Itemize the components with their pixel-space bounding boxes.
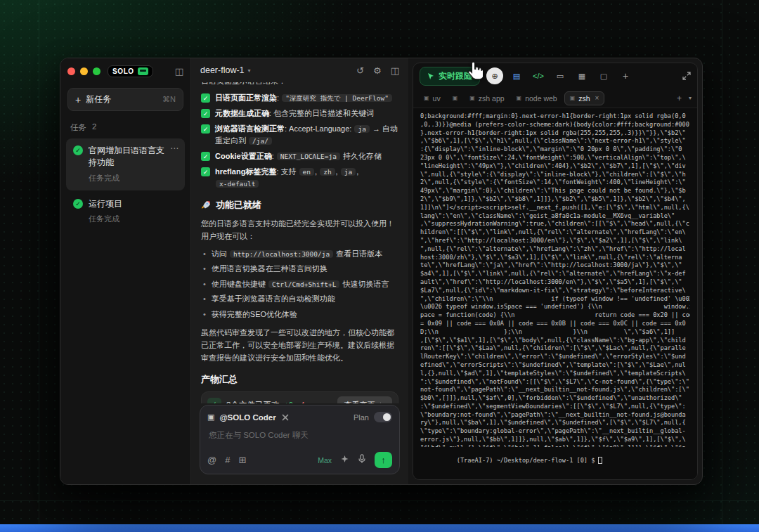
history-icon[interactable]: ↺ <box>356 65 364 76</box>
layout-icon[interactable]: ◫ <box>391 65 399 76</box>
terminal-line: te\",\"hrefLang\":\"ja\",\"href\":\"http… <box>420 261 690 270</box>
terminal-tab-icon: ▣ <box>453 95 458 101</box>
terminal-line: \",null,{\"style\":{\"display\":\"inline… <box>420 171 690 179</box>
project-title-dropdown[interactable]: deer-flow-1 ▾ <box>200 65 251 75</box>
grid-line <box>0 500 759 501</box>
agent-name[interactable]: @SOLO Coder <box>219 413 275 422</box>
tasks-count: 2 <box>92 122 96 133</box>
terminal-line: ault\",\"href\":\"http://localhost:3000/… <box>420 278 690 287</box>
bottom-window-edge <box>0 524 759 532</box>
file-icon[interactable]: ▤ <box>508 67 525 84</box>
terminal-panel: 实时跟随 ⊕▤</>▭▦▢+ ▣uv▣▣zsh app▣node web▣zsh… <box>413 63 698 480</box>
bullet-text: 使用语言切换器在三种语言间切换 <box>212 263 327 275</box>
browser-icon[interactable]: ⊕ <box>486 67 503 84</box>
terminal-line: :{\"display\":\"inline-block\",\"margin\… <box>420 145 690 154</box>
checklist-item: ✓Cookie设置正确: NEXT_LOCALE=ja 持久化存储 <box>201 150 398 162</box>
terminal-output[interactable]: 0;background:#fff;margin:0}.next-error-h… <box>413 108 697 479</box>
chevron-down-icon: ▾ <box>248 67 251 74</box>
terminal-line: ":\"$undefined\",\"notFound\":[[\"$\",\"… <box>420 378 690 387</box>
task-item[interactable]: ✓运行项目任务完成 <box>66 192 185 231</box>
terminal-tab-uv[interactable]: ▣uv <box>419 92 446 105</box>
new-terminal-tab-icon[interactable]: + <box>677 93 682 103</box>
terminal-line: ,[\"$\",\"$a1\",1],[\"$\",\"body\",null,… <box>420 337 690 345</box>
grid-line <box>722 0 722 532</box>
chevron-down-icon[interactable]: ▾ <box>380 402 392 403</box>
text-segment: , <box>356 167 358 176</box>
task-more-icon[interactable]: ⋯ <box>170 143 179 153</box>
terminal-line: 23px 0 0\",\"fontSize\":24,\"fontWeight\… <box>420 154 690 162</box>
task-body: 官网增加日语语言支持功能任务完成 <box>89 145 171 183</box>
bullet-text: 享受基于浏览器语言的自动检测功能 <box>212 293 335 306</box>
changes-summary-card[interactable]: </> 3个文件已更改 +6 -4 查看变更 ▾ <box>201 391 398 403</box>
task-status: 任务完成 <box>89 214 122 224</box>
max-mode-label[interactable]: Max <box>318 456 332 465</box>
solo-brand-label: SOLO <box>112 67 134 75</box>
terminal-line: ,\"suppressHydrationWarning\":true,\"chi… <box>420 220 690 228</box>
text-segment: 使用键盘快捷键 <box>212 280 268 288</box>
list-item: •使用语言切换器在三种语言间切换 <box>203 263 398 275</box>
terminal-line: ren\":[[\"$\",\"$Laa\",null,{\"children\… <box>420 344 690 353</box>
task-body: 运行项目任务完成 <box>89 198 122 224</box>
capability-list: •访问 http://localhost:3000/ja 查看日语版本•使用语言… <box>201 248 398 321</box>
close-window-button[interactable] <box>67 67 75 75</box>
new-task-button[interactable]: + 新任务 ⌘N <box>67 88 183 111</box>
chat-panel: deer-flow-1 ▾ ↺ ⚙ ◫ 日语页面显示语言结果： ✓日语页面正常渲… <box>191 58 408 484</box>
view-changes-button[interactable]: 查看变更 ▾ <box>337 396 392 404</box>
inline-code: ja <box>341 168 356 176</box>
text-segment: 获得完整的SEO优化体验 <box>212 310 297 318</box>
terminal-tab-zsh-app[interactable]: ▣zsh app <box>465 92 509 105</box>
terminal-line: host:3000/zh\"},\"$\",\"$a3\",1],[\"$\",… <box>420 254 690 262</box>
expand-icon[interactable] <box>682 72 691 80</box>
task-status: 任务完成 <box>89 173 171 183</box>
task-done-icon: ✓ <box>73 145 83 155</box>
checklist-text: 浏览器语言检测正常: Accept-Language: ja → 自动重定向到 … <box>215 123 398 147</box>
bullet-icon: • <box>203 309 206 321</box>
preview-icon[interactable]: ▭ <box>552 67 569 84</box>
code-icon[interactable]: </> <box>530 67 547 84</box>
text-segment: , <box>315 167 319 176</box>
inline-code: "深度研究 指先で | DeerFlow" <box>282 94 392 102</box>
terminal-line: l,{},null,\"$ad\",1],\"templateStyles\":… <box>420 370 690 378</box>
bullet-text: 使用键盘快捷键 Ctrl/Cmd+Shift+L 快速切换语言 <box>212 278 389 291</box>
close-tab-icon[interactable]: × <box>595 94 599 102</box>
hash-icon[interactable]: # <box>225 455 230 465</box>
code-icon: </> <box>207 398 221 403</box>
chat-messages[interactable]: 日语页面显示语言结果： ✓日语页面正常渲染: "深度研究 指先で | DeerF… <box>191 82 408 403</box>
window-icon[interactable]: ▢ <box>595 67 612 84</box>
chat-input[interactable]: 您正在与 SOLO Coder 聊天 <box>209 430 391 441</box>
terminal-line: efined\",\"errorScripts\":\"$undefined\"… <box>420 361 690 370</box>
terminal-tab-node-web[interactable]: ▣node web <box>512 92 562 105</box>
table-icon[interactable]: ▦ <box>573 67 590 84</box>
check-icon: ✓ <box>201 124 210 134</box>
collapse-sidebar-icon[interactable]: ◫ <box>175 66 183 77</box>
bullet-text: 获得完整的SEO优化体验 <box>212 309 297 321</box>
terminal-tab-dropdown-icon[interactable]: ▾ <box>689 95 692 101</box>
project-title: deer-flow-1 <box>200 65 245 75</box>
checklist-item: ✓日语页面正常渲染: "深度研究 指先で | DeerFlow" <box>201 92 398 104</box>
add-panel-icon[interactable]: + <box>617 67 634 84</box>
tools-icon[interactable] <box>281 413 290 422</box>
terminal-line: 1]]\n\"]</script><script>self.__next_f.p… <box>420 204 690 212</box>
terminal-line: pace = function(code) {\\n return code =… <box>420 311 690 320</box>
task-item[interactable]: ✓官网增加日语语言支持功能任务完成⋯ <box>66 138 185 190</box>
mention-icon[interactable]: @ <box>207 455 216 465</box>
mic-icon[interactable] <box>358 454 366 466</box>
text-segment: 访问 <box>212 249 229 258</box>
text-segment: : 支持 <box>276 167 298 176</box>
minimize-window-button[interactable] <box>80 67 88 75</box>
sparkle-icon[interactable] <box>340 455 349 466</box>
settings-icon[interactable]: ⚙ <box>373 65 382 76</box>
text-segment: 使用语言切换器在三种语言间切换 <box>212 264 327 273</box>
inline-code: NEXT_LOCALE=ja <box>277 153 340 160</box>
terminal-tab[interactable]: ▣ <box>448 93 463 103</box>
checklist-text: Cookie设置正确: NEXT_LOCALE=ja 持久化存储 <box>215 150 382 162</box>
terminal-prompt-row: (TraeAI-7) ~/Desktop/deer-flow-1 [0] $ <box>420 447 690 476</box>
terminal-tab-zsh[interactable]: ▣zsh× <box>564 91 605 105</box>
send-button[interactable]: ↑ <box>375 452 392 468</box>
terminal-tab-icon: ▣ <box>424 95 429 101</box>
terminal-tab-icon: ▣ <box>517 95 522 101</box>
zoom-window-button[interactable] <box>93 67 100 75</box>
cursor-follow-icon <box>427 72 434 80</box>
image-icon[interactable]: ⊞ <box>238 455 246 465</box>
plan-toggle[interactable] <box>374 412 392 422</box>
